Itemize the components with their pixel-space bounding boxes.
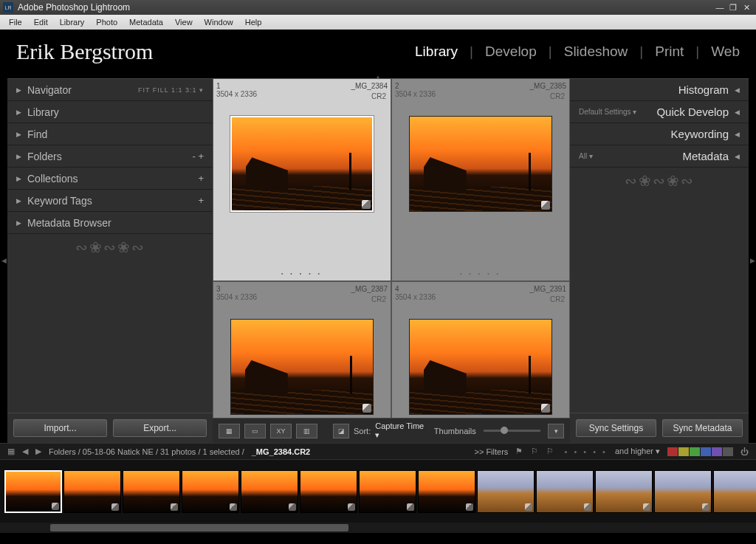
close-button[interactable]: ✕: [740, 3, 753, 13]
keywording-label: Keywording: [671, 128, 729, 140]
filmstrip-thumb[interactable]: [595, 470, 653, 513]
menu-metadata[interactable]: Metadata: [123, 18, 169, 27]
filters-label[interactable]: >> Filters: [474, 447, 508, 456]
painter-button[interactable]: ◪: [333, 424, 349, 438]
filmstrip-thumb[interactable]: [654, 470, 712, 513]
color-swatch[interactable]: [701, 447, 711, 456]
filmstrip-scrollbar[interactable]: [0, 523, 756, 533]
filmstrip-thumb[interactable]: [713, 470, 756, 513]
quick-develop-header[interactable]: Default Settings ▾Quick Develop◀: [570, 101, 749, 123]
cell-extension: CR2: [550, 92, 565, 100]
color-swatch[interactable]: [678, 447, 689, 456]
cell-filename: _MG_2387: [351, 285, 388, 293]
filmstrip-thumb[interactable]: [536, 470, 594, 513]
filmstrip-thumb[interactable]: [4, 470, 62, 513]
menu-help[interactable]: Help: [239, 18, 268, 27]
collections-header[interactable]: ▶Collections+: [7, 168, 213, 190]
quick-develop-preset[interactable]: Default Settings ▾: [579, 108, 636, 116]
filmstrip-thumb[interactable]: [359, 470, 416, 513]
menu-edit[interactable]: Edit: [28, 18, 54, 27]
right-panel: Histogram◀ Default Settings ▾Quick Devel…: [570, 78, 749, 443]
view-compare-button[interactable]: XY: [270, 424, 292, 438]
filmstrip[interactable]: [0, 459, 756, 523]
cell-filename: _MG_2384: [351, 82, 388, 90]
menu-window[interactable]: Window: [199, 18, 239, 27]
folders-buttons[interactable]: - +: [192, 151, 204, 162]
module-web[interactable]: Web: [711, 44, 740, 60]
flag-filter-icons[interactable]: ⚑ ⚐ ⚐: [515, 447, 557, 456]
filmstrip-thumb[interactable]: [418, 470, 475, 513]
grid-cell[interactable]: 1_MG_23843504 x 2336CR2• • • • •: [213, 78, 391, 281]
filmstrip-thumb[interactable]: [300, 470, 357, 513]
minimize-button[interactable]: —: [713, 3, 726, 12]
grid-cell[interactable]: 2_MG_23853504 x 2336CR2• • • • •: [391, 78, 570, 281]
import-button[interactable]: Import...: [13, 419, 107, 437]
menu-library[interactable]: Library: [54, 18, 91, 27]
toolbar-chevron-icon[interactable]: ▾: [548, 424, 564, 438]
left-collapse-handle[interactable]: ◀: [0, 78, 7, 443]
chevron-right-icon: ▶: [16, 175, 21, 182]
cell-extension: CR2: [371, 92, 386, 100]
navigator-header[interactable]: ▶ Navigator FIT FILL 1:1 3:1 ▾: [7, 79, 213, 101]
keywording-header[interactable]: Keywording◀: [570, 123, 749, 145]
menu-view[interactable]: View: [169, 18, 199, 27]
module-develop[interactable]: Develop: [485, 44, 537, 60]
histogram-header[interactable]: Histogram◀: [570, 79, 749, 101]
view-loupe-button[interactable]: ▭: [244, 424, 266, 438]
filmstrip-pathbar: ▦ ◀ ▶ Folders / 05-18-06 Natick NE / 31 …: [0, 443, 756, 459]
and-higher-dropdown[interactable]: and higher ▾: [615, 447, 660, 456]
right-collapse-handle[interactable]: ▶: [749, 78, 756, 443]
filmstrip-thumb[interactable]: [123, 470, 180, 513]
metadata-header[interactable]: All ▾Metadata◀: [570, 145, 749, 168]
navigator-options[interactable]: FIT FILL 1:1 3:1 ▾: [138, 86, 204, 94]
sync-settings-button[interactable]: Sync Settings: [576, 419, 656, 437]
module-slideshow[interactable]: Slideshow: [564, 44, 628, 60]
menu-file[interactable]: File: [3, 18, 28, 27]
color-swatch[interactable]: [712, 447, 722, 456]
module-print[interactable]: Print: [655, 44, 684, 60]
find-header[interactable]: ▶Find: [7, 123, 213, 145]
keyword-tags-add[interactable]: +: [198, 195, 204, 206]
filmstrip-thumb[interactable]: [63, 470, 121, 513]
module-library[interactable]: Library: [415, 44, 458, 60]
color-swatch[interactable]: [723, 447, 733, 456]
keyword-tags-header[interactable]: ▶Keyword Tags+: [7, 190, 213, 212]
grid-toolbar: ▦ ▭ XY ▥ ◪ Sort: Capture Time ▾ Thumbnai…: [213, 418, 570, 443]
cell-thumbnail[interactable]: [409, 116, 553, 212]
cell-thumbnail[interactable]: [230, 116, 374, 212]
cell-thumbnail[interactable]: [230, 319, 374, 415]
cell-extension: CR2: [550, 295, 565, 303]
sort-dropdown[interactable]: Capture Time ▾: [375, 421, 425, 440]
secondary-display-icon[interactable]: ▦: [7, 447, 15, 456]
breadcrumb[interactable]: Folders / 05-18-06 Natick NE / 31 photos…: [49, 447, 244, 456]
color-label-filters[interactable]: [667, 447, 733, 456]
grid-cell[interactable]: 3_MG_23873504 x 2336CR2• • • • •: [213, 281, 391, 418]
cell-index: 2: [395, 82, 399, 90]
menu-photo[interactable]: Photo: [90, 18, 123, 27]
library-header[interactable]: ▶Library: [7, 101, 213, 123]
view-survey-button[interactable]: ▥: [296, 424, 317, 438]
filmstrip-thumb[interactable]: [477, 470, 535, 513]
color-swatch[interactable]: [667, 447, 678, 456]
metadata-preset[interactable]: All ▾: [579, 152, 593, 160]
grid-cell[interactable]: 4_MG_23913504 x 2336CR2• • • • •: [391, 281, 570, 418]
collections-add[interactable]: +: [198, 173, 204, 184]
color-swatch[interactable]: [690, 447, 700, 456]
sync-metadata-button[interactable]: Sync Metadata: [662, 419, 743, 437]
cell-thumbnail[interactable]: [409, 319, 553, 415]
view-grid-button[interactable]: ▦: [219, 424, 240, 438]
folders-header[interactable]: ▶Folders- +: [7, 145, 213, 168]
thumbnail-size-slider[interactable]: [484, 430, 540, 432]
metadata-browser-header[interactable]: ▶Metadata Browser: [7, 212, 213, 234]
folders-label: Folders: [27, 151, 62, 162]
export-button[interactable]: Export...: [113, 419, 207, 437]
filmstrip-thumb[interactable]: [241, 470, 298, 513]
rating-filter[interactable]: • • • • •: [564, 447, 607, 456]
filmstrip-thumb[interactable]: [182, 470, 239, 513]
filter-lock-icon[interactable]: ⏻: [740, 447, 749, 456]
restore-button[interactable]: ❐: [726, 3, 740, 13]
cell-rating-dots[interactable]: • • • • •: [392, 271, 569, 276]
nav-forward-icon[interactable]: ▶: [35, 447, 41, 456]
nav-back-icon[interactable]: ◀: [22, 447, 28, 456]
cell-rating-dots[interactable]: • • • • •: [213, 271, 391, 276]
